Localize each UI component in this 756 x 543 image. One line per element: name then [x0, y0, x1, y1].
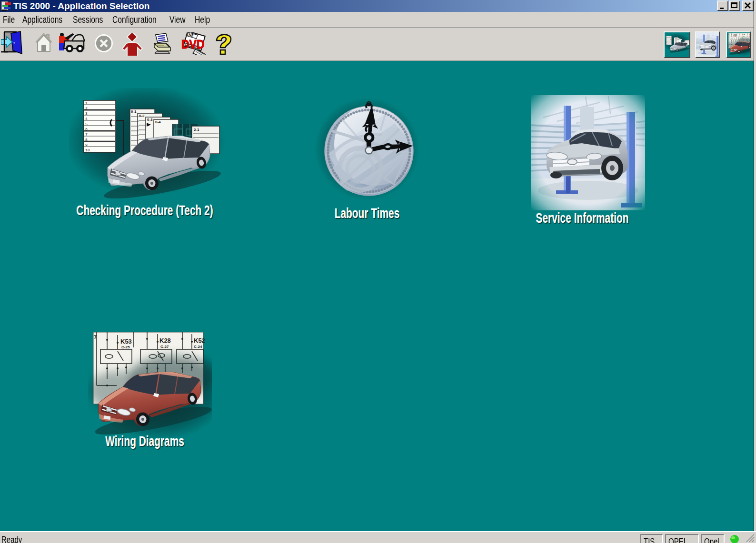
- svg-text:DVD: DVD: [181, 38, 205, 51]
